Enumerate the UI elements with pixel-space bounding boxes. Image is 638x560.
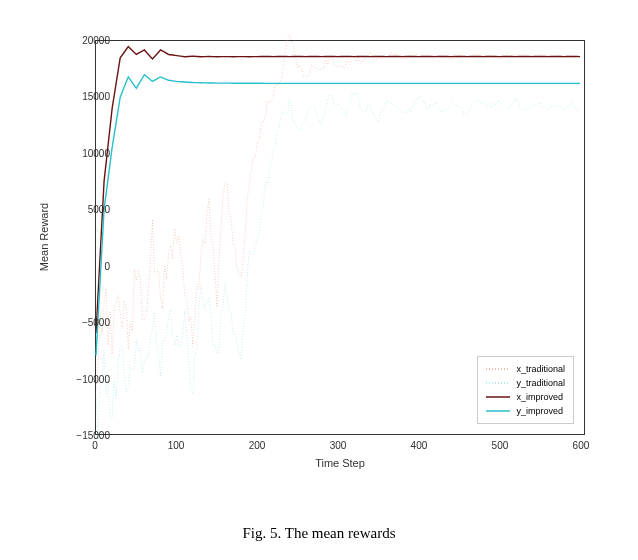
y-tick-label: −5000 <box>82 317 110 328</box>
x-tick-label: 300 <box>330 440 347 451</box>
legend-label: x_improved <box>516 392 563 402</box>
plot-area: x_traditional y_traditional x_improved y… <box>95 40 585 435</box>
legend-swatch-icon <box>486 379 510 387</box>
figure-wrapper: x_traditional y_traditional x_improved y… <box>30 15 610 485</box>
x-tick-label: 100 <box>168 440 185 451</box>
legend-label: x_traditional <box>516 364 565 374</box>
y-tick-label: −10000 <box>76 373 110 384</box>
y-tick-label: 0 <box>104 260 110 271</box>
legend-swatch-icon <box>486 407 510 415</box>
legend-label: y_improved <box>516 406 563 416</box>
series-x_improved <box>96 47 580 333</box>
y-tick-label: 20000 <box>82 35 110 46</box>
x-axis-label: Time Step <box>315 457 365 469</box>
x-tick-label: 400 <box>411 440 428 451</box>
y-tick-label: 5000 <box>88 204 110 215</box>
legend-entry: y_traditional <box>486 376 565 390</box>
series-x_traditional <box>96 35 580 389</box>
y-tick-label: 15000 <box>82 91 110 102</box>
legend-swatch-icon <box>486 393 510 401</box>
y-axis-label: Mean Reward <box>38 203 50 271</box>
figure-caption: Fig. 5. The mean rewards <box>0 525 638 542</box>
x-tick-label: 600 <box>573 440 590 451</box>
legend-label: y_traditional <box>516 378 565 388</box>
x-tick-label: 200 <box>249 440 266 451</box>
x-tick-label: 0 <box>92 440 98 451</box>
x-tick-label: 500 <box>492 440 509 451</box>
y-tick-label: −15000 <box>76 430 110 441</box>
legend-entry: y_improved <box>486 404 565 418</box>
legend-entry: x_improved <box>486 390 565 404</box>
series-y_improved <box>96 75 580 356</box>
legend: x_traditional y_traditional x_improved y… <box>477 356 574 424</box>
legend-swatch-icon <box>486 365 510 373</box>
y-tick-label: 10000 <box>82 147 110 158</box>
legend-entry: x_traditional <box>486 362 565 376</box>
